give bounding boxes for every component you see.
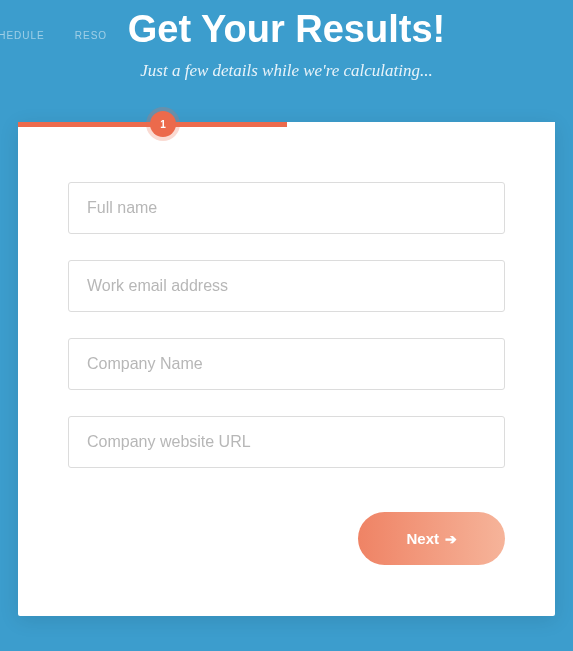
background-nav: CHEDULE RESO (0, 30, 107, 41)
progress-track (18, 122, 555, 127)
page-subtitle: Just a few details while we're calculati… (0, 61, 573, 81)
arrow-right-icon: ➔ (445, 531, 457, 547)
next-button[interactable]: Next ➔ (358, 512, 505, 565)
work-email-input[interactable] (68, 260, 505, 312)
bg-nav-item: CHEDULE (0, 30, 45, 41)
company-website-input[interactable] (68, 416, 505, 468)
bg-nav-item: RESO (75, 30, 107, 41)
step-badge: 1 (150, 111, 176, 137)
full-name-input[interactable] (68, 182, 505, 234)
next-button-label: Next (406, 530, 439, 547)
company-name-input[interactable] (68, 338, 505, 390)
form-actions: Next ➔ (68, 512, 505, 565)
form-card: 1 Next ➔ (18, 122, 555, 616)
